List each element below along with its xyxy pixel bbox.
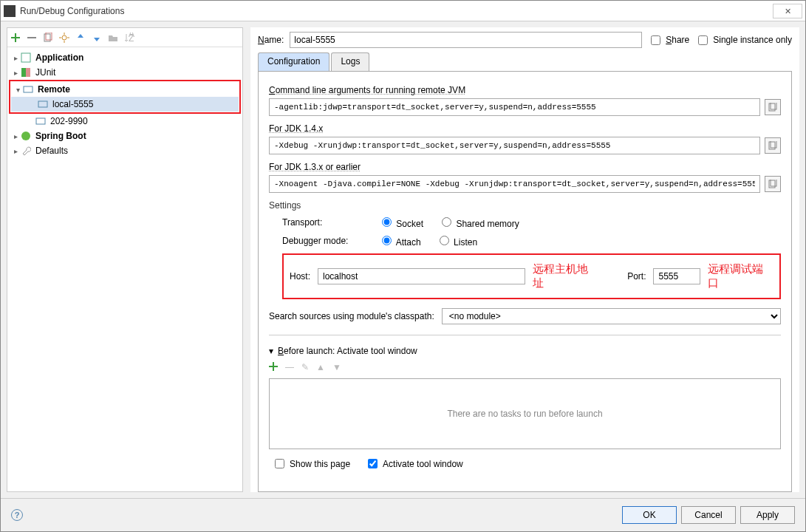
move-up-task-icon[interactable]: ▲	[316, 362, 325, 372]
spring-boot-icon	[21, 131, 33, 141]
jdk14-label: For JDK 1.4.x	[269, 123, 781, 134]
annotation-port: 远程调试端口	[708, 262, 773, 290]
remote-config-icon	[35, 116, 47, 126]
ok-button[interactable]: OK	[622, 506, 677, 524]
svg-point-2	[62, 35, 66, 40]
transport-row: Transport: Socket Shared memory	[282, 215, 781, 229]
junit-icon	[21, 67, 33, 78]
tab-bar: Configuration Logs	[258, 52, 792, 72]
search-sources-row: Search sources using module's classpath:…	[269, 308, 781, 324]
transport-socket-radio[interactable]: Socket	[378, 215, 423, 229]
search-sources-label: Search sources using module's classpath:	[269, 311, 434, 321]
name-row: Name: Share Single instance only	[250, 27, 799, 52]
node-label: Remote	[38, 84, 70, 95]
launch-options: Show this page Activate tool window	[269, 457, 781, 471]
add-task-icon[interactable]	[269, 362, 278, 372]
debugger-attach-radio[interactable]: Attach	[378, 233, 421, 248]
cmd-args-label: Command line arguments for running remot…	[269, 85, 781, 95]
application-icon	[21, 52, 33, 63]
annotation-host: 远程主机地址	[533, 262, 598, 290]
copy-button[interactable]	[765, 99, 781, 115]
tab-configuration[interactable]: Configuration	[258, 52, 329, 71]
svg-rect-5	[21, 53, 30, 62]
tree-node-junit[interactable]: ▸ JUnit	[9, 65, 241, 80]
svg-point-11	[21, 132, 30, 140]
before-launch-header[interactable]: ▾ Before launch: Activate tool window	[269, 346, 781, 356]
name-input[interactable]	[290, 32, 642, 48]
svg-rect-9	[38, 101, 47, 107]
svg-rect-7	[21, 68, 26, 77]
debugger-row: Debugger mode: Attach Listen	[282, 233, 781, 248]
window-title: Run/Debug Configurations	[20, 6, 773, 16]
copy-icon[interactable]	[43, 33, 53, 43]
tree-node-application[interactable]: ▸ Application	[9, 50, 241, 65]
remove-icon[interactable]	[27, 33, 37, 43]
port-label: Port:	[627, 271, 646, 282]
settings-icon[interactable]	[59, 33, 69, 43]
node-label: 202-9990	[50, 116, 88, 126]
activate-tool-window-checkbox[interactable]: Activate tool window	[365, 457, 463, 471]
dialog-button-bar: ? OK Cancel Apply	[1, 498, 805, 531]
transport-shared-radio[interactable]: Shared memory	[438, 215, 519, 229]
name-label: Name:	[258, 35, 284, 45]
tree-node-202-9990[interactable]: 202-9990	[9, 114, 241, 129]
share-checkbox[interactable]: Share	[648, 33, 689, 47]
sort-icon[interactable]: AZ	[124, 33, 134, 43]
close-button[interactable]: ✕	[773, 4, 802, 18]
tree-node-local-5555[interactable]: local-5555	[11, 97, 239, 112]
tree-node-spring-boot[interactable]: ▸ Spring Boot	[9, 129, 241, 143]
folder-icon[interactable]	[108, 33, 118, 43]
debugger-listen-radio[interactable]: Listen	[436, 233, 477, 248]
svg-rect-10	[36, 118, 45, 124]
transport-label: Transport:	[282, 217, 363, 228]
cmd-args-input[interactable]	[269, 98, 760, 116]
expand-icon[interactable]: ▸	[10, 54, 21, 62]
before-launch-section: ▾ Before launch: Activate tool window — …	[269, 346, 781, 471]
copy-button[interactable]	[765, 137, 781, 154]
move-up-icon[interactable]	[75, 33, 86, 43]
dialog-window: Run/Debug Configurations ✕ AZ ▸ Applicat…	[0, 0, 806, 532]
add-icon[interactable]	[10, 33, 21, 43]
config-tree[interactable]: ▸ Application ▸ JUnit ▾ Remote	[7, 47, 242, 491]
remove-task-icon[interactable]: —	[285, 362, 294, 372]
expand-icon[interactable]: ▸	[10, 147, 21, 155]
config-form: Name: Share Single instance only Configu…	[250, 27, 799, 492]
content-area: AZ ▸ Application ▸ JUnit ▾ Remo	[1, 21, 805, 498]
expand-icon[interactable]: ▾	[13, 86, 23, 94]
node-label: Application	[35, 52, 83, 63]
svg-rect-8	[24, 86, 33, 92]
separator	[269, 335, 781, 335]
tree-node-defaults[interactable]: ▸ Defaults	[9, 143, 241, 158]
node-label: Spring Boot	[35, 131, 86, 141]
app-icon	[4, 5, 16, 17]
highlight-remote-group: ▾ Remote local-5555	[9, 80, 241, 114]
wrench-icon	[21, 146, 33, 156]
tree-toolbar: AZ	[7, 28, 242, 47]
configuration-panel: Command line arguments for running remot…	[258, 72, 792, 492]
copy-button[interactable]	[765, 176, 781, 192]
help-button[interactable]: ?	[11, 509, 23, 521]
cancel-button[interactable]: Cancel	[681, 506, 736, 524]
move-down-icon[interactable]	[92, 33, 102, 43]
jdk13-input[interactable]	[269, 175, 760, 193]
show-this-page-checkbox[interactable]: Show this page	[272, 457, 350, 471]
collapse-icon[interactable]: ▾	[269, 346, 273, 356]
expand-icon[interactable]: ▸	[10, 132, 21, 140]
apply-button[interactable]: Apply	[740, 506, 795, 524]
single-instance-checkbox[interactable]: Single instance only	[695, 33, 792, 47]
tab-logs[interactable]: Logs	[331, 52, 369, 71]
host-label: Host:	[290, 271, 310, 282]
titlebar: Run/Debug Configurations ✕	[1, 1, 805, 21]
debugger-label: Debugger mode:	[282, 236, 363, 246]
tree-node-remote[interactable]: ▾ Remote	[11, 82, 239, 97]
module-classpath-select[interactable]: <no module>	[442, 308, 781, 324]
port-input[interactable]	[653, 268, 700, 284]
move-down-task-icon[interactable]: ▼	[332, 362, 341, 372]
config-tree-panel: AZ ▸ Application ▸ JUnit ▾ Remo	[7, 27, 243, 492]
edit-task-icon[interactable]: ✎	[301, 362, 309, 372]
host-input[interactable]	[318, 268, 525, 284]
jdk14-input[interactable]	[269, 137, 760, 154]
host-port-row: Host: 远程主机地址 Port: 远程调试端口	[282, 253, 781, 299]
expand-icon[interactable]: ▸	[10, 69, 21, 77]
tasks-list[interactable]: There are no tasks to run before launch	[269, 378, 781, 449]
